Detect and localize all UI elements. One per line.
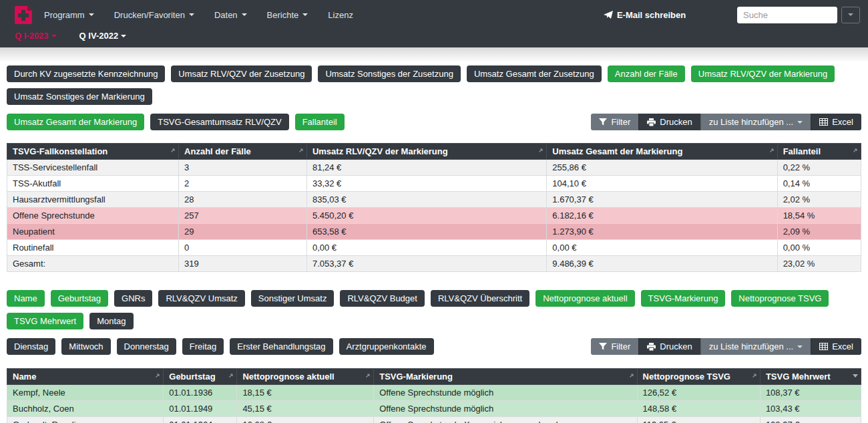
table-row[interactable]: TSS-Servicestellenfall381,24 €255,86 €0,… bbox=[7, 160, 861, 176]
column-header-tsvg-fallkonstellation[interactable]: TSVG-Fallkonstellation bbox=[7, 144, 179, 160]
sort-icon bbox=[629, 371, 634, 380]
toolbar-zu-liste-hinzufügen-button[interactable]: zu Liste hinzufügen ... bbox=[700, 114, 811, 130]
table-row[interactable]: Gerhardt, Rosaline01.01.196416,08 €Offen… bbox=[7, 417, 861, 423]
table-cell: 2,02 % bbox=[777, 192, 861, 208]
toggle-fallanteil[interactable]: Fallanteil bbox=[295, 114, 345, 130]
column-header-nettoprognose-tsvg[interactable]: Nettoprognose TSVG bbox=[637, 369, 760, 385]
column-header-label: Anzahl der Fälle bbox=[184, 146, 251, 156]
caret-down-icon bbox=[302, 13, 308, 16]
toggle-anzahl-der-fälle[interactable]: Anzahl der Fälle bbox=[608, 65, 685, 82]
toggle-umsatz-gesamt-der-markierung[interactable]: Umsatz Gesamt der Markierung bbox=[7, 114, 144, 130]
caret-down-icon bbox=[242, 13, 247, 16]
toggle-nettoprognose-aktuell[interactable]: Nettoprognose aktuell bbox=[535, 290, 634, 307]
column-header-geburtstag[interactable]: Geburtstag bbox=[164, 369, 237, 385]
table-cell: 33,32 € bbox=[306, 176, 546, 192]
toolbar-drucken-button[interactable]: Drucken bbox=[638, 338, 700, 355]
toggle-donnerstag[interactable]: Donnerstag bbox=[117, 338, 176, 355]
column-header-name[interactable]: Name bbox=[7, 369, 164, 385]
search-dropdown-button[interactable] bbox=[841, 7, 860, 23]
toggle-umsatz-rlv-qzv-der-markierung[interactable]: Umsatz RLV/QZV der Markierung bbox=[691, 65, 835, 82]
toolbar-filter-button[interactable]: Filter bbox=[591, 114, 638, 130]
table-cell: 29 bbox=[179, 224, 307, 240]
nav-item-label: Programm bbox=[44, 10, 85, 20]
table-cell: 01.01.1949 bbox=[164, 401, 237, 417]
toggle-nettoprognose-tsvg[interactable]: Nettoprognose TSVG bbox=[731, 290, 829, 307]
nav-item-lizenz[interactable]: Lizenz bbox=[328, 10, 353, 20]
column-header-nettoprognose-aktuell[interactable]: Nettoprognose aktuell bbox=[237, 369, 374, 385]
navbar-shadow bbox=[0, 47, 868, 61]
toggle-rlv&qzv-umsatz[interactable]: RLV&QZV Umsatz bbox=[158, 290, 244, 307]
column-header-label: Umsatz Gesamt der Markierung bbox=[552, 146, 682, 156]
column-header-label: Umsatz RLV/QZV der Markierung bbox=[312, 146, 448, 156]
toggle-umsatz-gesamt-der-zusetzung[interactable]: Umsatz Gesamt der Zusetzung bbox=[467, 65, 602, 82]
toggle-erster-behandlungstag[interactable]: Erster Behandlungstag bbox=[230, 338, 333, 355]
toggle-sonstiger-umsatz[interactable]: Sonstiger Umsatz bbox=[251, 290, 335, 307]
table-cell: Hausarztvermittlungsfall bbox=[7, 192, 179, 208]
toolbar-drucken-button[interactable]: Drucken bbox=[638, 114, 700, 130]
sort-icon bbox=[298, 146, 304, 154]
column-header-anzahl-der-fälle[interactable]: Anzahl der Fälle bbox=[179, 144, 307, 160]
nav-item-label: Berichte bbox=[267, 10, 299, 20]
column-header-fallanteil[interactable]: Fallanteil bbox=[777, 144, 861, 160]
toggle-geburtstag[interactable]: Geburtstag bbox=[51, 290, 108, 307]
nav-item-label: Lizenz bbox=[328, 10, 353, 20]
table-cell: 6.182,16 € bbox=[547, 208, 777, 224]
toggle-mittwoch[interactable]: Mittwoch bbox=[61, 338, 110, 355]
grid-toolbar: FilterDruckenzu Liste hinzufügen ...Exce… bbox=[591, 114, 861, 130]
table-cell: 5.450,20 € bbox=[306, 208, 546, 224]
toolbar-excel-button[interactable]: Excel bbox=[811, 114, 861, 130]
toggle-rlv&qzv-budget[interactable]: RLV&QZV Budget bbox=[340, 290, 425, 307]
search-input[interactable] bbox=[737, 7, 837, 23]
column-header-umsatz-rlv-qzv-der-markierung[interactable]: Umsatz RLV/QZV der Markierung bbox=[306, 144, 546, 160]
toggle-dienstag[interactable]: Dienstag bbox=[7, 338, 55, 355]
column-header-tsvg-mehrwert[interactable]: TSVG Mehrwert bbox=[760, 369, 861, 385]
toolbar-filter-button[interactable]: Filter bbox=[591, 338, 638, 355]
write-email-button[interactable]: E-Mail schreiben bbox=[604, 10, 686, 20]
column-header-tsvg-markierung[interactable]: TSVG-Markierung bbox=[374, 369, 637, 385]
toolbar-zu-liste-hinzufügen-button[interactable]: zu Liste hinzufügen ... bbox=[700, 338, 811, 355]
column-header-umsatz-gesamt-der-markierung[interactable]: Umsatz Gesamt der Markierung bbox=[547, 144, 777, 160]
toggle-freitag[interactable]: Freitag bbox=[182, 338, 224, 355]
table-row[interactable]: Buchholz, Coen01.01.194945,15 €Offene Sp… bbox=[7, 401, 861, 417]
table-row[interactable]: Offene Sprechstunde2575.450,20 €6.182,16… bbox=[7, 208, 861, 224]
nav-item-drucken-favoriten[interactable]: Drucken/Favoriten bbox=[114, 10, 194, 20]
toggle-tsvg-mehrwert[interactable]: TSVG Mehrwert bbox=[7, 313, 83, 329]
sort-icon bbox=[155, 371, 160, 380]
nav-item-daten[interactable]: Daten bbox=[214, 10, 247, 20]
quarter-tab-q-iv-2022[interactable]: Q IV-2022 bbox=[79, 31, 127, 41]
toolbar-button-label: zu Liste hinzufügen ... bbox=[709, 341, 793, 352]
table-cell: 0,00 € bbox=[306, 240, 546, 256]
table-cell: 148,58 € bbox=[637, 401, 760, 417]
toggle-tsvg-gesamtumsatz-rlv-qzv[interactable]: TSVG-Gesamtumsatz RLV/QZV bbox=[150, 114, 288, 130]
caret-down-icon bbox=[189, 13, 194, 16]
toolbar-excel-button[interactable]: Excel bbox=[811, 338, 861, 355]
table-row[interactable]: Routinefall00,00 €0,00 €0,00 % bbox=[7, 240, 861, 256]
toggle-gnrs[interactable]: GNRs bbox=[114, 290, 152, 307]
quarter-tab-q-i-2023[interactable]: Q I-2023 bbox=[15, 31, 57, 41]
toggle-umsatz-sonstiges-der-markierung[interactable]: Umsatz Sonstiges der Markierung bbox=[7, 88, 152, 105]
table-row[interactable]: TSS-Akutfall233,32 €104,10 €0,14 % bbox=[7, 176, 861, 192]
table-cell: 103,43 € bbox=[760, 401, 861, 417]
table-row[interactable]: Hausarztvermittlungsfall28835,03 €1.670,… bbox=[7, 192, 861, 208]
toggle-rlv&qzv-überschritt[interactable]: RLV&QZV Überschritt bbox=[431, 290, 529, 307]
toggle-durch-kv-zugesetzte-kennzeichnung[interactable]: Durch KV zugesetzte Kennzeichnung bbox=[7, 65, 165, 82]
table-cell: TSS-Servicestellenfall bbox=[7, 160, 179, 176]
nav-item-programm[interactable]: Programm bbox=[44, 10, 94, 20]
table-cell: 18,15 € bbox=[237, 385, 374, 401]
toggle-name[interactable]: Name bbox=[7, 290, 45, 307]
toggle-umsatz-rlv-qzv-der-zusetzung[interactable]: Umsatz RLV/QZV der Zusetzung bbox=[171, 65, 312, 82]
column-header-label: Name bbox=[13, 372, 36, 382]
toggle-montag[interactable]: Montag bbox=[89, 313, 133, 329]
filter-icon bbox=[599, 118, 607, 126]
table-cell: 0,00 € bbox=[547, 240, 777, 256]
app-logo-icon[interactable] bbox=[15, 6, 32, 24]
table-row[interactable]: Kempf, Neele01.01.193618,15 €Offene Spre… bbox=[7, 385, 861, 401]
quarter-tab-label: Q I-2023 bbox=[15, 31, 49, 41]
toggle-umsatz-sonstiges-der-zusetzung[interactable]: Umsatz Sonstiges der Zusetzung bbox=[318, 65, 460, 82]
table-row[interactable]: Neupatient29653,58 €1.273,90 €2,09 % bbox=[7, 224, 861, 240]
toggle-tsvg-markierung[interactable]: TSVG-Markierung bbox=[641, 290, 726, 307]
toggle-arztgruppenkontakte[interactable]: Arztgruppenkontakte bbox=[339, 338, 434, 355]
sort-icon bbox=[170, 146, 176, 154]
table-row[interactable]: Gesamt:3197.053,37 €9.486,39 €23,02 % bbox=[7, 256, 861, 272]
nav-item-berichte[interactable]: Berichte bbox=[267, 10, 308, 20]
